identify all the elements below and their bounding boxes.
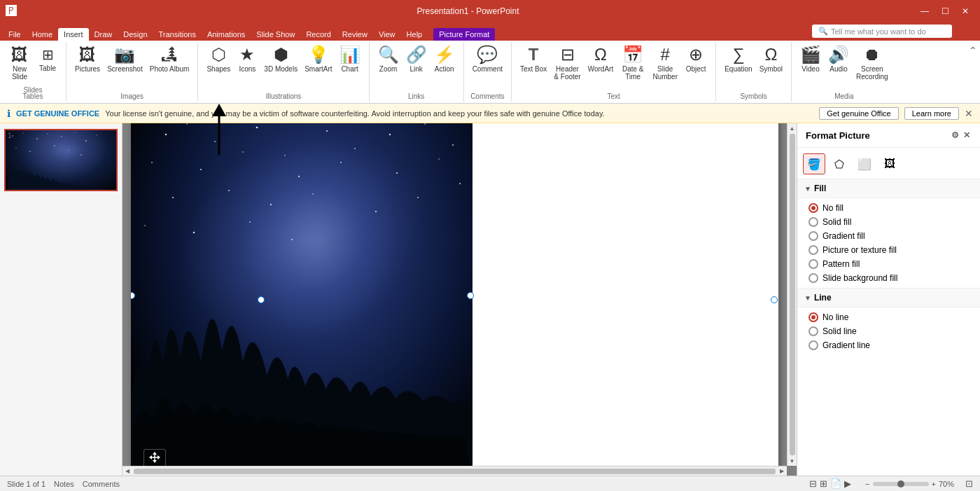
radio-pattern-fill[interactable]: Pattern fill [808, 257, 969, 271]
zoom-in-btn[interactable]: + [932, 480, 936, 488]
video-btn[interactable]: 🎬 Video [797, 43, 824, 74]
fill-effects-icon-btn[interactable]: 🪣 [803, 153, 825, 174]
scroll-left-btn[interactable]: ◀ [122, 467, 132, 476]
zoom-slider[interactable] [873, 482, 929, 486]
smartart-icon: 💡 [308, 45, 329, 65]
link-btn[interactable]: 🔗 Link [403, 43, 430, 74]
picture-icon-btn[interactable]: 🖼 [878, 153, 901, 174]
learn-more-btn[interactable]: Learn more [904, 107, 959, 120]
slide-sorter-btn[interactable]: ⊞ [820, 478, 827, 489]
svg-point-9 [29, 151, 30, 151]
radio-solid-fill[interactable]: Solid fill [808, 215, 969, 229]
date-time-btn[interactable]: 📅 Date & Time [617, 43, 648, 82]
audio-btn[interactable]: 🔊 Audio [825, 43, 852, 74]
fit-slide-btn[interactable]: ⊡ [965, 478, 973, 489]
svg-point-4 [61, 136, 62, 137]
slide-image-container[interactable] [131, 123, 472, 466]
tab-slideshow[interactable]: Slide Show [251, 28, 300, 41]
handle-right-outer[interactable] [771, 296, 778, 303]
3d-models-btn[interactable]: ⬢ 3D Models [261, 43, 300, 74]
v-scrollbar[interactable]: ▲ ▼ [787, 123, 797, 466]
radio-slide-bg-fill[interactable]: Slide background fill [808, 271, 969, 285]
tab-draw[interactable]: Draw [89, 28, 118, 41]
tab-record[interactable]: Record [300, 28, 336, 41]
close-info-btn[interactable]: ✕ [965, 108, 973, 119]
equation-btn[interactable]: ∑ Equation [722, 43, 755, 74]
svg-point-19 [354, 148, 356, 149]
radio-gradient-line[interactable]: Gradient line [808, 338, 969, 352]
scroll-down-btn[interactable]: ▼ [788, 456, 797, 466]
screen-recording-btn[interactable]: ⏺ Screen Recording [853, 43, 891, 82]
svg-point-6 [85, 140, 87, 141]
layout-icon-btn[interactable]: ⬜ [853, 153, 876, 174]
scroll-track-v[interactable] [790, 134, 795, 455]
fill-section-header[interactable]: ▼ Fill [797, 179, 980, 198]
minimize-btn[interactable]: — [915, 5, 934, 18]
zoom-out-btn[interactable]: − [865, 480, 869, 488]
table-btn[interactable]: ⊞ Table [35, 43, 60, 74]
radio-gradient-fill[interactable]: Gradient fill [808, 229, 969, 243]
radio-no-fill[interactable]: No fill [808, 201, 969, 215]
status-bar: Slide 1 of 1 Notes Comments ⊟ ⊞ 📄 ▶ − + … [0, 476, 980, 491]
tab-home[interactable]: Home [27, 28, 58, 41]
normal-view-btn[interactable]: ⊟ [809, 478, 817, 489]
ribbon-collapse-btn[interactable]: ⌃ [966, 42, 980, 102]
handle-mr[interactable] [467, 292, 474, 299]
reading-view-btn[interactable]: 📄 [830, 478, 841, 489]
notes-btn[interactable]: Notes [54, 480, 74, 488]
text-box-btn[interactable]: T Text Box [517, 43, 550, 74]
tab-transitions[interactable]: Transitions [153, 28, 202, 41]
scroll-track-h[interactable] [134, 469, 776, 474]
scroll-up-btn[interactable]: ▲ [788, 123, 797, 133]
handle-left-outer[interactable] [258, 296, 265, 303]
effects-icon-btn[interactable]: ⬠ [828, 153, 850, 174]
line-collapse-icon: ▼ [804, 294, 811, 302]
tell-me-text: Tell me what you want to do [831, 27, 926, 36]
wordart-btn[interactable]: Ω WordArt [585, 43, 617, 74]
chart-btn[interactable]: 📊 Chart [337, 43, 363, 74]
comments-btn[interactable]: Comments [83, 480, 120, 488]
slide-thumb-1[interactable]: 1 [4, 129, 118, 191]
screenshot-btn[interactable]: 📷 Screenshot [104, 43, 146, 74]
svg-point-23 [151, 162, 153, 163]
maximize-btn[interactable]: ☐ [936, 5, 955, 18]
action-btn[interactable]: ⚡ Action [431, 43, 458, 74]
tab-help[interactable]: Help [401, 28, 428, 41]
scroll-right-btn[interactable]: ▶ [777, 467, 787, 476]
zoom-btn[interactable]: 🔍 Zoom [375, 43, 402, 74]
symbol-btn[interactable]: Ω Symbol [757, 43, 785, 74]
close-btn[interactable]: ✕ [956, 5, 974, 18]
photo-album-btn[interactable]: 🏞 Photo Album [147, 43, 192, 74]
tab-review[interactable]: Review [337, 28, 373, 41]
header-footer-btn[interactable]: ⊟ Header & Footer [551, 43, 583, 82]
tab-design[interactable]: Design [118, 28, 153, 41]
get-genuine-btn[interactable]: Get genuine Office [819, 107, 899, 120]
action-icon: ⚡ [434, 45, 455, 65]
tab-insert[interactable]: Insert [58, 28, 89, 41]
radio-solid-line[interactable]: Solid line [808, 324, 969, 338]
svg-point-11 [69, 150, 69, 151]
tell-me-bar[interactable]: 🔍 Tell me what you want to do [812, 25, 952, 38]
new-slide-btn[interactable]: 🖼 New Slide [6, 43, 34, 82]
h-scrollbar[interactable]: ◀ ▶ [122, 466, 787, 476]
shapes-btn[interactable]: ⬡ Shapes [204, 43, 233, 74]
object-btn[interactable]: ⊕ Object [682, 43, 710, 74]
link-icon: 🔗 [406, 45, 427, 65]
tab-animations[interactable]: Animations [202, 28, 251, 41]
slideshow-btn[interactable]: ▶ [844, 478, 851, 489]
tab-view[interactable]: View [373, 28, 401, 41]
tab-picture-format[interactable]: Picture Format [433, 28, 495, 41]
smartart-btn[interactable]: 💡 SmartArt [302, 43, 335, 74]
panel-settings-icon[interactable]: ⚙ [950, 129, 960, 141]
radio-no-line[interactable]: No line [808, 310, 969, 324]
window-title: Presentation1 - PowerPoint [21, 6, 915, 16]
slide-number-btn[interactable]: # Slide Number [650, 43, 680, 82]
radio-picture-texture-fill[interactable]: Picture or texture fill [808, 243, 969, 257]
pictures-btn[interactable]: 🖼 Pictures [72, 43, 103, 74]
panel-close-btn[interactable]: ✕ [962, 129, 972, 141]
tab-file[interactable]: File [3, 28, 27, 41]
comment-btn[interactable]: 💬 Comment [470, 43, 505, 74]
zoom-controls: − + 70% [865, 480, 954, 488]
icons-btn[interactable]: ★ Icons [234, 43, 260, 74]
line-section-header[interactable]: ▼ Line [797, 288, 980, 307]
